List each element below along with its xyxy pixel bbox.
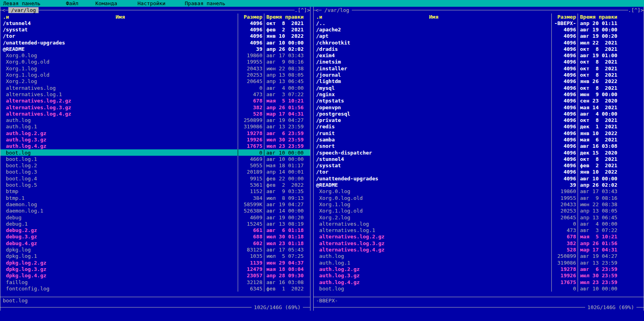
file-row[interactable]: boot.log.14669авг 10 00:00	[0, 156, 310, 162]
file-row[interactable]: /mysql4096окт 8 2021	[314, 85, 644, 91]
file-row[interactable]: auth.log.2.gz19278авг 6 23:59	[0, 130, 310, 136]
file-row[interactable]: auth.log.3.gz19926июл 30 23:59	[314, 273, 644, 279]
file-row[interactable]: auth.log.2.gz19278авг 6 23:59	[314, 266, 644, 272]
file-row[interactable]: auth.log.4.gz17675июл 23 23:59	[314, 279, 644, 285]
file-row[interactable]: alternatives.log.1473авг 3 07:22	[314, 227, 644, 234]
file-row[interactable]: auth.log250899авг 19 04:27	[314, 253, 644, 259]
file-row[interactable]: boot.log.49915фев 22 00:00	[0, 175, 310, 182]
file-row[interactable]: Xorg.1.log.old20253апр 13 08:05	[314, 208, 644, 214]
file-row[interactable]: auth.log.1319086авг 13 23:59	[0, 124, 310, 130]
file-row[interactable]: /chkrootkit4096июл 22 2021	[314, 39, 644, 46]
file-row[interactable]: /apt4096авг 19 00:20	[314, 33, 644, 39]
file-row[interactable]: alternatives.log0авг 4 00:00	[314, 220, 644, 227]
file-row[interactable]: /postgresql4096авг 4 00:00	[314, 110, 644, 117]
file-row[interactable]: btmp.1384июл 8 09:13	[0, 195, 310, 201]
file-row[interactable]: alternatives.log.4.gz528мар 17 04:31	[314, 246, 644, 253]
file-row[interactable]: auth.log.1319086авг 13 23:59	[314, 259, 644, 266]
file-row[interactable]: dpkg.log83125авг 17 05:43	[0, 246, 310, 253]
file-row[interactable]: faillog32128авг 16 03:08	[0, 279, 310, 285]
file-row[interactable]: dpkg.log.11035июл 5 07:25	[0, 253, 310, 259]
file-row[interactable]: /sysstat4096фев 2 2021	[314, 162, 644, 169]
file-row[interactable]: auth.log.3.gz19926июл 30 23:59	[0, 136, 310, 143]
file-row[interactable]: Xorg.0.log.old19955авг 9 08:16	[0, 59, 310, 65]
file-row[interactable]: alternatives.log.2.gz678мая 5 10:21	[314, 234, 644, 240]
file-row[interactable]: Xorg.2.log20645апр 13 06:45	[0, 78, 310, 85]
file-row[interactable]: /inetsim4096окт 8 2021	[314, 59, 644, 65]
file-row[interactable]: debug.4.gz602июл 23 01:18	[0, 240, 310, 246]
left-panel-path[interactable]: /var/log	[8, 7, 39, 13]
column-header-mtime[interactable]: Время правки	[578, 14, 644, 20]
file-row[interactable]: Xorg.1.log20433июн 22 08:38	[314, 201, 644, 207]
column-header-name[interactable]: Имя	[3, 14, 238, 20]
menu-options[interactable]: Настройки	[138, 0, 165, 6]
menu-file[interactable]: Файл	[66, 0, 78, 6]
file-row[interactable]: /private4096окт 8 2021	[314, 117, 644, 123]
file-row[interactable]: auth.log.4.gz17675июл 23 23:59	[0, 143, 310, 149]
file-row[interactable]: /openvpn4096мая 14 2021	[314, 104, 644, 110]
history-back-icon[interactable]: <	[2, 7, 5, 13]
file-row[interactable]: /lightdm4096янв 26 2022	[314, 78, 644, 85]
file-row[interactable]: boot.log0авг 10 00:00	[314, 285, 644, 292]
file-row[interactable]: @README39апр 26 02:02	[0, 46, 310, 52]
column-header-name[interactable]: Имя	[316, 14, 551, 20]
file-row[interactable]: Xorg.0.log19860авг 17 03:43	[314, 188, 644, 195]
file-row[interactable]: Xorg.0.log.old19955авг 9 08:16	[314, 195, 644, 201]
file-row[interactable]: alternatives.log0авг 4 00:00	[0, 85, 310, 91]
menu-left-panel[interactable]: Левая панель	[3, 0, 41, 6]
file-row[interactable]: /tor4096янв 10 2022	[314, 169, 644, 175]
file-row[interactable]: boot.log0авг 10 00:00	[0, 149, 310, 156]
file-row[interactable]: /snort4096авг 16 03:08	[314, 143, 644, 149]
file-row[interactable]: alternatives.log.3.gz382апр 26 01:56	[0, 104, 310, 110]
menu-right-panel[interactable]: Правая панель	[185, 0, 225, 6]
column-header-size[interactable]: Размер	[551, 14, 578, 20]
column-header-mtime[interactable]: Время правки	[264, 14, 310, 20]
column-header-size[interactable]: Размер	[238, 14, 264, 20]
file-row[interactable]: debug.3.gz688июл 30 01:18	[0, 234, 310, 240]
file-row[interactable]: /apache24096авг 19 00:00	[314, 26, 644, 33]
file-row[interactable]: dpkg.log.2.gz1139июн 29 04:37	[0, 259, 310, 266]
file-row[interactable]: Xorg.0.log19860авг 17 03:43	[0, 52, 310, 58]
file-row[interactable]: /journal4096окт 8 2021	[314, 72, 644, 78]
panel-nav-buttons-icon[interactable]: .[^]>	[628, 7, 644, 13]
file-row[interactable]: /exim44096авг 19 01:00	[314, 52, 644, 58]
panel-nav-buttons-icon[interactable]: .[^]>	[295, 7, 310, 13]
file-row[interactable]: /..-ВВЕРХ-апр 20 01:11	[314, 20, 644, 26]
file-row[interactable]: boot.log.55361фев 2 2022	[0, 182, 310, 188]
file-row[interactable]: fontconfig.log6345фев 1 2022	[0, 285, 310, 292]
file-row[interactable]: /dradis4096окт 8 2021	[314, 46, 644, 52]
file-row[interactable]: alternatives.log.3.gz382апр 26 01:56	[314, 240, 644, 246]
file-row[interactable]: btmp1152авг 9 03:35	[0, 188, 310, 195]
file-row[interactable]: alternatives.log.1473авг 3 07:22	[0, 91, 310, 97]
file-row[interactable]: Xorg.1.log.old20253апр 13 08:05	[0, 72, 310, 78]
file-row[interactable]: /stunnel44096окт 8 2021	[0, 20, 310, 26]
file-row[interactable]: alternatives.log.2.gz678мая 5 10:21	[0, 98, 310, 104]
file-row[interactable]: boot.log.25055мая 18 01:17	[0, 162, 310, 169]
menu-command[interactable]: Команда	[95, 0, 117, 6]
history-back-icon[interactable]: <	[315, 7, 318, 13]
file-row[interactable]: debug4609авг 19 00:20	[0, 214, 310, 220]
file-row[interactable]: /tor4096янв 10 2022	[0, 33, 310, 39]
file-row[interactable]: /speech-dispatcher4096дек 15 2020	[314, 149, 644, 156]
file-row[interactable]: auth.log250899авг 19 04:27	[0, 117, 310, 123]
file-row[interactable]: @README39апр 26 02:02	[314, 182, 644, 188]
file-row[interactable]: debug.115245авг 13 08:19	[0, 220, 310, 227]
file-row[interactable]: Xorg.2.log20645апр 13 06:45	[314, 214, 644, 220]
file-row[interactable]: dpkg.log.3.gz12479мая 18 08:04	[0, 266, 310, 272]
file-row[interactable]: daemon.log.152638Kавг 14 00:00	[0, 208, 310, 214]
file-row[interactable]: dpkg.log.4.gz23057апр 28 09:30	[0, 273, 310, 279]
file-row[interactable]: Xorg.1.log20433июн 22 08:38	[0, 65, 310, 72]
file-row[interactable]: /stunnel44096окт 8 2021	[314, 156, 644, 162]
file-row[interactable]: /sysstat4096фев 2 2021	[0, 26, 310, 33]
file-row[interactable]: boot.log.320189апр 14 00:01	[0, 169, 310, 175]
file-row[interactable]: /samba4096мая 6 2021	[314, 136, 644, 143]
file-row[interactable]: daemon.log58599Kавг 19 04:27	[0, 201, 310, 207]
file-row[interactable]: /nginx4096июн 9 00:00	[314, 91, 644, 97]
file-row[interactable]: /ntpstats4096сен 23 2020	[314, 98, 644, 104]
file-row[interactable]: /runit4096янв 10 2022	[314, 130, 644, 136]
file-row[interactable]: alternatives.log.4.gz528мар 17 04:31	[0, 110, 310, 117]
file-row[interactable]: /installer4096окт 8 2021	[314, 65, 644, 72]
file-row[interactable]: /unattended-upgrades4096авг 10 00:00	[314, 175, 644, 182]
file-row[interactable]: debug.2.gz661авг 6 01:18	[0, 227, 310, 234]
file-row[interactable]: /unattended-upgrades4096авг 10 00:00	[0, 39, 310, 46]
file-row[interactable]: /redis4096дек 1 2021	[314, 124, 644, 130]
